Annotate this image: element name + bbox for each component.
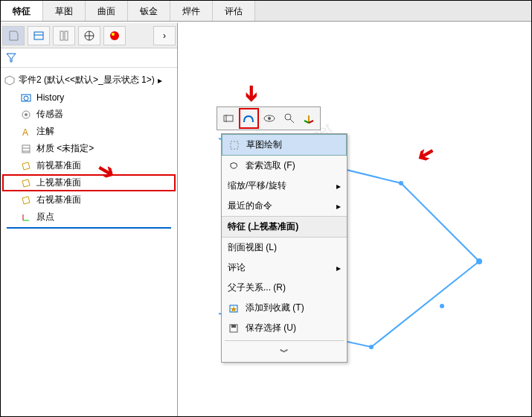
tree-label: 材质 <未指定> [36, 142, 94, 155]
svg-point-20 [110, 31, 119, 40]
filter-row [1, 48, 177, 68]
menu-expand-icon[interactable]: ︾ [222, 343, 347, 362]
tree-item-sensors[interactable]: 传感器 [2, 106, 176, 123]
context-toolbar [217, 106, 321, 130]
menu-label: 最近的命令 [228, 200, 272, 212]
svg-rect-50 [231, 325, 236, 328]
menu-label: 评论 [228, 261, 246, 274]
svg-text:A: A [22, 127, 28, 137]
menu-label: 套索选取 (F) [246, 159, 295, 172]
svg-rect-15 [60, 31, 63, 40]
menu-section-view[interactable]: 剖面视图 (L) [222, 238, 347, 258]
tree-label: 传感器 [36, 108, 63, 121]
sketch-icon[interactable] [239, 108, 260, 129]
tree-label: 上视基准面 [36, 176, 81, 189]
chevron-icon: ▸ [158, 75, 162, 86]
annotation-arrow-2: ➔ [240, 85, 264, 102]
tree-root[interactable]: 零件2 (默认<<默认>_显示状态 1>) ▸ [2, 71, 176, 89]
view-icon[interactable] [260, 109, 279, 128]
menu-feature-header: 特征 (上视基准面) [222, 216, 347, 238]
zoom-selection-icon[interactable] [280, 109, 299, 128]
svg-point-41 [285, 114, 291, 120]
svg-line-42 [290, 119, 294, 123]
filter-icon[interactable] [5, 51, 17, 63]
3d-sketch-icon[interactable] [299, 109, 318, 128]
appearance-tab-icon[interactable] [103, 26, 126, 45]
plane-icon [20, 160, 32, 172]
svg-marker-48 [231, 306, 237, 312]
menu-label: 缩放/平移/旋转 [228, 179, 286, 192]
menu-parent-child[interactable]: 父子关系... (R) [222, 278, 347, 298]
svg-point-33 [399, 181, 403, 185]
tab-sheetmetal[interactable]: 钣金 [128, 1, 170, 21]
plane-icon [20, 177, 32, 189]
plane-icon [20, 194, 32, 206]
tree-label: History [36, 92, 64, 103]
command-ribbon-tabs: 特征 草图 曲面 钣金 焊件 评估 [1, 1, 531, 22]
feature-tree: 零件2 (默认<<默认>_显示状态 1>) ▸ History 传感器 A 注解… [1, 68, 177, 232]
tree-label: 右视基准面 [36, 194, 81, 206]
menu-label: 保存选择 (U) [246, 322, 296, 334]
origin-icon [20, 211, 32, 223]
panel-tabs: › [1, 23, 177, 48]
tree-item-history[interactable]: History [2, 89, 176, 106]
svg-point-24 [24, 96, 28, 101]
svg-rect-16 [65, 31, 68, 40]
tab-evaluate[interactable]: 评估 [213, 1, 255, 21]
chevron-right-icon: ▸ [336, 181, 341, 191]
svg-point-21 [112, 33, 115, 36]
menu-lasso[interactable]: 套索选取 (F) [222, 156, 347, 176]
menu-save-selection[interactable]: 保存选择 (U) [222, 318, 347, 338]
chevron-right-icon: ▸ [336, 263, 341, 273]
svg-marker-22 [5, 76, 14, 85]
tree-item-right-plane[interactable]: 右视基准面 [2, 191, 176, 208]
tab-features[interactable]: 特征 [1, 1, 43, 21]
tree-underline [7, 227, 171, 229]
part-icon [4, 74, 16, 86]
svg-point-26 [25, 113, 28, 116]
tab-sketch[interactable]: 草图 [43, 1, 86, 21]
tree-item-material[interactable]: 材质 <未指定> [2, 140, 176, 157]
lasso-icon [228, 160, 240, 172]
svg-point-40 [268, 117, 271, 120]
config-tab-icon[interactable] [53, 26, 75, 45]
history-icon [20, 92, 32, 104]
svg-point-35 [369, 345, 374, 349]
tree-item-front-plane[interactable]: 前视基准面 [2, 157, 176, 174]
menu-comment[interactable]: 评论 ▸ [222, 258, 347, 278]
svg-rect-13 [34, 32, 43, 39]
property-tab-icon[interactable] [28, 26, 50, 45]
annotation-icon: A [20, 126, 32, 138]
feature-manager-panel: › 零件2 (默认<<默认>_显示状态 1>) ▸ History 传感器 A … [1, 23, 178, 417]
menu-label: 添加到收藏 (T) [246, 302, 304, 314]
tree-label: 前视基准面 [36, 159, 81, 172]
feature-tree-tab-icon[interactable] [2, 26, 25, 45]
tree-label: 注解 [36, 125, 54, 138]
save-icon [228, 322, 240, 334]
sensor-icon [20, 109, 32, 121]
tab-weldment[interactable]: 焊件 [170, 1, 213, 21]
material-icon [20, 143, 32, 155]
menu-separator [225, 340, 344, 341]
dimxpert-tab-icon[interactable] [78, 26, 100, 45]
menu-add-favorite[interactable]: 添加到收藏 (T) [222, 298, 347, 318]
tree-item-top-plane[interactable]: 上视基准面 [2, 174, 176, 191]
svg-rect-37 [224, 115, 233, 121]
menu-recent[interactable]: 最近的命令 ▸ [222, 196, 347, 216]
menu-zoom-pan[interactable]: 缩放/平移/旋转 ▸ [222, 176, 347, 196]
chevron-right-icon: ▸ [336, 201, 341, 211]
normal-to-icon[interactable] [219, 109, 238, 128]
tree-label: 原点 [36, 211, 54, 223]
menu-label: 剖面视图 (L) [228, 241, 277, 254]
sketch-small-icon [228, 139, 240, 151]
tab-surface[interactable]: 曲面 [86, 1, 128, 21]
tree-root-label: 零件2 (默认<<默认>_显示状态 1>) [19, 74, 155, 86]
menu-label: 草图绘制 [246, 139, 282, 151]
svg-point-34 [476, 258, 482, 264]
tree-item-annotations[interactable]: A 注解 [2, 123, 176, 140]
panel-expand-icon[interactable]: › [153, 26, 176, 45]
tree-item-origin[interactable]: 原点 [2, 208, 176, 226]
menu-sketch-draw[interactable]: 草图绘制 [222, 134, 347, 156]
svg-rect-46 [231, 141, 238, 149]
menu-label: 父子关系... (R) [228, 281, 286, 294]
